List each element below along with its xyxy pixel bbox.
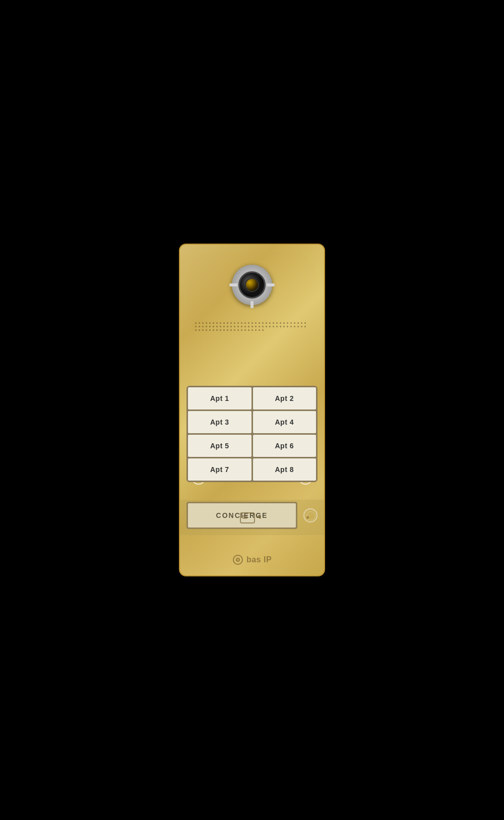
buttons-section: Apt 1 Apt 2 Apt 3 Apt 4 Apt 5 Apt 6 Apt … — [186, 386, 318, 482]
brand-logo-svg — [232, 554, 243, 565]
speaker-dot — [195, 326, 197, 327]
speaker-dot — [255, 326, 257, 327]
speaker-dot — [199, 329, 200, 331]
speaker-dot — [244, 322, 246, 324]
apt3-button[interactable]: Apt 3 — [188, 411, 251, 433]
speaker-dot — [223, 326, 225, 327]
status-dot — [306, 516, 309, 519]
camera-bracket-left — [229, 283, 237, 286]
speaker-dot — [251, 329, 253, 331]
speaker-dot — [230, 322, 232, 324]
speaker-section — [195, 319, 309, 334]
speaker-dot — [304, 326, 306, 327]
speaker-dot — [262, 322, 264, 324]
speaker-dot — [213, 329, 214, 331]
speaker-dot — [202, 326, 204, 327]
apt8-button[interactable]: Apt 8 — [253, 458, 317, 481]
speaker-dot — [213, 322, 214, 324]
speaker-dot — [283, 326, 285, 327]
speaker-dot — [241, 322, 242, 324]
speaker-dot — [248, 322, 249, 324]
speaker-dot — [276, 322, 278, 324]
speaker-dot — [241, 326, 242, 327]
speaker-dot — [220, 329, 221, 331]
apt5-button[interactable]: Apt 5 — [188, 435, 251, 457]
speaker-dot — [202, 329, 204, 331]
speaker-dot — [244, 326, 246, 327]
brand-section: bas IP — [232, 554, 272, 565]
speaker-dot — [290, 326, 292, 327]
speaker-dot — [213, 326, 214, 327]
speaker-dot — [206, 329, 207, 331]
apt7-button[interactable]: Apt 7 — [188, 458, 251, 481]
speaker-dot — [220, 326, 221, 327]
speaker-dot — [251, 322, 253, 324]
apt4-button[interactable]: Apt 4 — [253, 411, 317, 433]
camera-lens-outer — [238, 271, 266, 299]
speaker-dot — [259, 322, 260, 324]
speaker-dot — [248, 329, 249, 331]
camera-bracket-bottom — [250, 301, 254, 308]
device-panel: Apt 1 Apt 2 Apt 3 Apt 4 Apt 5 Apt 6 Apt … — [179, 244, 325, 576]
camera-housing — [232, 265, 272, 305]
speaker-dot — [206, 322, 207, 324]
camera-bracket-right — [267, 283, 275, 286]
speaker-dot — [273, 326, 274, 327]
svg-point-2 — [259, 517, 261, 519]
speaker-dot — [195, 322, 197, 324]
speaker-dot — [276, 326, 278, 327]
apt6-button[interactable]: Apt 6 — [253, 435, 317, 457]
svg-rect-1 — [243, 515, 247, 518]
speaker-dot — [202, 322, 204, 324]
speaker-dot — [297, 326, 299, 327]
speaker-dot — [227, 326, 228, 327]
speaker-dot — [255, 329, 257, 331]
speaker-dot — [301, 326, 302, 327]
speaker-dot — [227, 322, 228, 324]
speaker-dots — [195, 319, 309, 334]
speaker-dot — [234, 329, 235, 331]
speaker-dot — [266, 326, 267, 327]
speaker-dot — [237, 329, 239, 331]
speaker-dot — [230, 329, 232, 331]
speaker-dot — [234, 326, 235, 327]
speaker-dot — [259, 329, 260, 331]
button-grid: Apt 1 Apt 2 Apt 3 Apt 4 Apt 5 Apt 6 Apt … — [186, 386, 318, 482]
speaker-dot — [241, 329, 242, 331]
brand-name: bas IP — [246, 555, 272, 564]
speaker-dot — [227, 329, 228, 331]
speaker-dot — [209, 329, 211, 331]
speaker-dot — [223, 329, 225, 331]
speaker-dot — [230, 326, 232, 327]
speaker-dot — [304, 322, 306, 324]
speaker-dot — [216, 322, 218, 324]
rfid-svg-icon — [240, 508, 264, 527]
speaker-dot — [269, 322, 271, 324]
speaker-dot — [244, 329, 246, 331]
speaker-dot — [199, 322, 200, 324]
speaker-dot — [216, 329, 218, 331]
speaker-dot — [269, 326, 271, 327]
rfid-icon — [239, 507, 265, 528]
speaker-dot — [234, 322, 235, 324]
speaker-dot — [259, 326, 260, 327]
speaker-dot — [273, 322, 274, 324]
speaker-dot — [262, 329, 264, 331]
speaker-dot — [223, 322, 225, 324]
brand-icon — [232, 554, 243, 565]
speaker-dot — [287, 326, 288, 327]
speaker-dot — [297, 322, 299, 324]
speaker-dot — [283, 322, 285, 324]
speaker-dot — [209, 326, 211, 327]
rfid-section — [180, 500, 324, 535]
apt1-button[interactable]: Apt 1 — [188, 387, 251, 409]
speaker-dot — [255, 322, 257, 324]
camera-section — [232, 265, 272, 305]
speaker-dot — [294, 326, 295, 327]
apt2-button[interactable]: Apt 2 — [253, 387, 317, 409]
speaker-dot — [290, 322, 292, 324]
svg-point-5 — [237, 559, 239, 561]
camera-lens-inner — [245, 278, 259, 292]
speaker-dot — [301, 322, 302, 324]
speaker-dot — [199, 326, 200, 327]
